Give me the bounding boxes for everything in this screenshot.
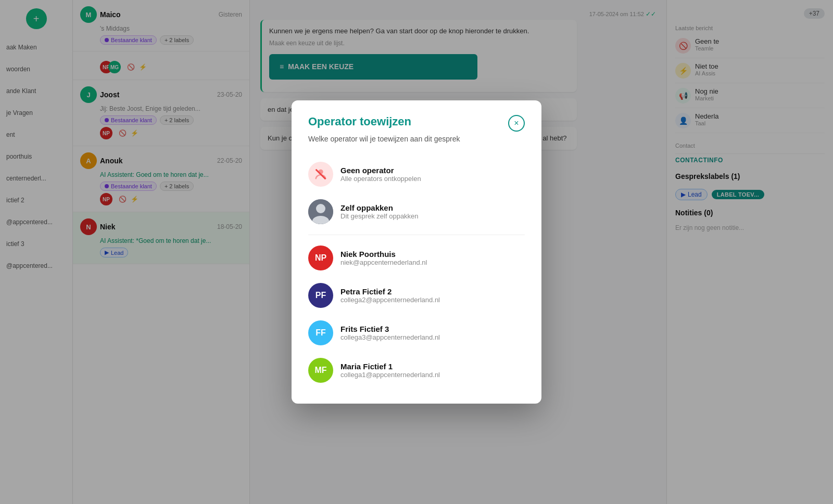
niek-poorthuis-info: Niek Poorthuis niek@appcenternederland.n… xyxy=(340,250,427,266)
geen-operator-icon xyxy=(308,162,333,187)
petra-fictief-avatar: PF xyxy=(308,283,333,308)
operator-item-frits[interactable]: FF Frits Fictief 3 collega3@appcenterned… xyxy=(308,314,525,352)
petra-fictief-name: Petra Fictief 2 xyxy=(340,287,440,296)
petra-fictief-info: Petra Fictief 2 collega2@appcenternederl… xyxy=(340,287,440,304)
operator-item-geen[interactable]: Geen operator Alle operators ontkoppelen xyxy=(308,156,525,193)
zelf-oppakken-avatar xyxy=(308,199,333,224)
maria-fictief-name: Maria Fictief 1 xyxy=(340,362,440,371)
niek-poorthuis-name: Niek Poorthuis xyxy=(340,250,427,259)
operator-item-niek[interactable]: NP Niek Poorthuis niek@appcenternederlan… xyxy=(308,239,525,277)
modal-subtitle: Welke operator wil je toewijzen aan dit … xyxy=(308,135,525,143)
modal-overlay[interactable]: Operator toewijzen × Welke operator wil … xyxy=(0,0,833,504)
frits-fictief-name: Frits Fictief 3 xyxy=(340,325,440,333)
niek-poorthuis-desc: niek@appcenternederland.nl xyxy=(340,259,427,266)
modal-title: Operator toewijzen xyxy=(308,115,411,128)
maria-fictief-info: Maria Fictief 1 collega1@appcenternederl… xyxy=(340,362,440,379)
modal-header: Operator toewijzen × xyxy=(308,115,525,132)
geen-operator-desc: Alle operators ontkoppelen xyxy=(340,175,421,183)
modal-divider xyxy=(308,235,525,235)
operator-item-zelf[interactable]: Zelf oppakken Dit gesprek zelf oppakken xyxy=(308,193,525,230)
operator-item-maria[interactable]: MF Maria Fictief 1 collega1@appcenterned… xyxy=(308,352,525,389)
geen-operator-name: Geen operator xyxy=(340,166,421,175)
operator-modal: Operator toewijzen × Welke operator wil … xyxy=(292,100,541,404)
maria-fictief-avatar: MF xyxy=(308,358,333,383)
geen-operator-info: Geen operator Alle operators ontkoppelen xyxy=(340,166,421,183)
zelf-oppakken-info: Zelf oppakken Dit gesprek zelf oppakken xyxy=(340,203,419,220)
zelf-oppakken-name: Zelf oppakken xyxy=(340,203,419,212)
frits-fictief-desc: collega3@appcenternederland.nl xyxy=(340,333,440,341)
svg-point-3 xyxy=(316,204,325,213)
frits-fictief-avatar: FF xyxy=(308,320,333,345)
petra-fictief-desc: collega2@appcenternederland.nl xyxy=(340,296,440,304)
operator-item-petra[interactable]: PF Petra Fictief 2 collega2@appcenterned… xyxy=(308,277,525,314)
niek-poorthuis-avatar: NP xyxy=(308,245,333,270)
maria-fictief-desc: collega1@appcenternederland.nl xyxy=(340,371,440,379)
zelf-oppakken-desc: Dit gesprek zelf oppakken xyxy=(340,212,419,220)
modal-close-button[interactable]: × xyxy=(508,115,525,132)
frits-fictief-info: Frits Fictief 3 collega3@appcenternederl… xyxy=(340,325,440,341)
